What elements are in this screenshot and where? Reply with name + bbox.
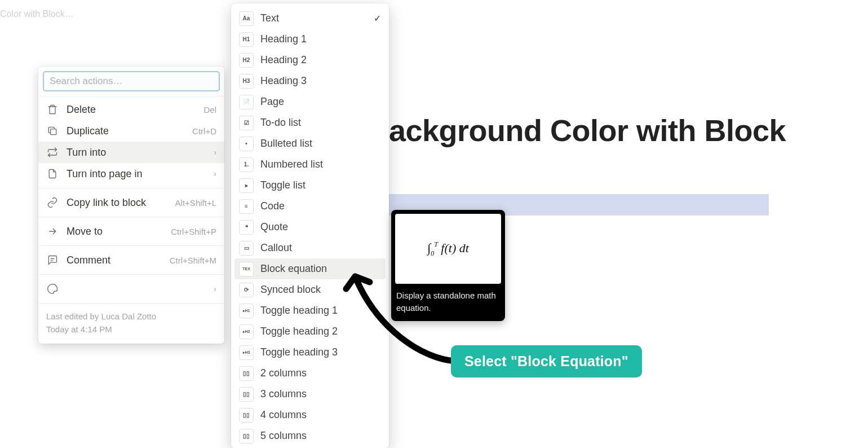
block-type-thumb-icon: ⟳ xyxy=(239,283,254,297)
keyboard-shortcut: Ctrl+Shift+M xyxy=(170,256,216,265)
block-type-thumb-icon: ▯▯ xyxy=(239,429,254,443)
menu-item-copy-link-to-block[interactable]: Copy link to blockAlt+Shift+L xyxy=(38,192,224,213)
menu-item-turn-into[interactable]: Turn into› xyxy=(38,142,224,163)
turn-into-heading-3[interactable]: H3Heading 3 xyxy=(234,71,386,91)
block-type-thumb-icon: ☑ xyxy=(239,116,254,130)
chevron-right-icon: › xyxy=(214,148,216,157)
check-icon: ✓ xyxy=(374,13,381,24)
turn-into-bulleted-list[interactable]: •Bulleted list xyxy=(234,133,386,154)
submenu-item-label: Page xyxy=(260,96,284,108)
turn-into-text[interactable]: AaText✓ xyxy=(234,8,386,29)
turninto-icon xyxy=(46,146,59,159)
submenu-item-label: Synced block xyxy=(260,284,321,296)
menu-item-comment[interactable]: CommentCtrl+Shift+M xyxy=(38,249,224,271)
comment-icon xyxy=(46,254,59,266)
block-type-thumb-icon: H1 xyxy=(239,32,254,47)
menu-item-duplicate[interactable]: DuplicateCtrl+D xyxy=(38,120,224,142)
submenu-item-label: Toggle heading 1 xyxy=(260,305,338,317)
page-title: ackground Color with Block xyxy=(389,113,786,148)
block-type-thumb-icon: TEX xyxy=(239,262,254,276)
turn-into-toggle-heading-2[interactable]: ▸H2Toggle heading 2 xyxy=(234,321,386,342)
turn-into-quote[interactable]: ❝Quote xyxy=(234,217,386,238)
block-context-menu: DeleteDelDuplicateCtrl+DTurn into›Turn i… xyxy=(38,67,224,344)
submenu-item-label: Heading 1 xyxy=(260,33,307,45)
turn-into-block-equation[interactable]: TEXBlock equation xyxy=(234,258,386,279)
turn-into-5-columns[interactable]: ▯▯5 columns xyxy=(234,425,386,446)
block-type-thumb-icon: • xyxy=(239,137,254,151)
turn-into-submenu: AaText✓H1Heading 1H2Heading 2H3Heading 3… xyxy=(231,3,389,448)
keyboard-shortcut: Ctrl+Shift+P xyxy=(171,227,216,236)
turn-into-toggle-heading-1[interactable]: ▸H1Toggle heading 1 xyxy=(234,300,386,321)
block-type-thumb-icon: ▯▯ xyxy=(239,366,254,381)
block-type-thumb-icon: ▭ xyxy=(239,241,254,256)
turn-into-toggle-heading-3[interactable]: ▸H3Toggle heading 3 xyxy=(234,342,386,363)
turn-into-heading-1[interactable]: H1Heading 1 xyxy=(234,29,386,50)
submenu-item-label: Toggle list xyxy=(260,179,305,191)
turn-into-code[interactable]: ≡Code xyxy=(234,196,386,217)
turn-into-heading-2[interactable]: H2Heading 2 xyxy=(234,50,386,71)
trash-icon xyxy=(46,103,59,116)
turn-into-to-do-list[interactable]: ☑To-do list xyxy=(234,112,386,133)
page-icon xyxy=(46,168,59,180)
submenu-item-label: Heading 2 xyxy=(260,54,307,66)
block-type-thumb-icon: ▯▯ xyxy=(239,408,254,423)
submenu-item-label: Bulleted list xyxy=(260,138,312,150)
chevron-right-icon: › xyxy=(214,284,216,293)
turn-into-2-columns[interactable]: ▯▯2 columns xyxy=(234,363,386,384)
submenu-item-label: Quote xyxy=(260,221,288,233)
link-icon xyxy=(46,196,59,209)
turn-into-4-columns[interactable]: ▯▯4 columns xyxy=(234,405,386,425)
preview-thumbnail: ∫0T f(t) dt xyxy=(395,214,501,284)
turn-into-3-columns[interactable]: ▯▯3 columns xyxy=(234,384,386,405)
annotation-label: Select "Block Equation" xyxy=(451,345,642,377)
block-type-thumb-icon: ▸H3 xyxy=(239,345,254,360)
submenu-item-label: 2 columns xyxy=(260,367,307,379)
block-type-thumb-icon: 1. xyxy=(239,157,254,172)
block-type-thumb-icon: ❝ xyxy=(239,220,254,235)
chevron-right-icon: › xyxy=(214,169,216,178)
block-type-thumb-icon: ▸ xyxy=(239,178,254,193)
block-type-thumb-icon: ▯▯ xyxy=(239,387,254,402)
duplicate-icon xyxy=(46,125,59,137)
turn-into-toggle-list[interactable]: ▸Toggle list xyxy=(234,175,386,196)
menu-item-move-to[interactable]: Move toCtrl+Shift+P xyxy=(38,221,224,242)
breadcrumb: Color with Block… xyxy=(0,9,74,19)
submenu-item-label: Numbered list xyxy=(260,159,323,170)
svg-rect-0 xyxy=(51,129,56,135)
block-preview-tooltip: ∫0T f(t) dt Display a standalone math eq… xyxy=(391,210,505,321)
turn-into-synced-block[interactable]: ⟳Synced block xyxy=(234,279,386,300)
last-edited-time: Today at 4:14 PM xyxy=(46,323,216,336)
menu-item-label: Duplicate xyxy=(67,125,184,137)
search-actions-input[interactable] xyxy=(43,71,220,91)
turn-into-page[interactable]: 📄Page xyxy=(234,91,386,112)
submenu-item-label: Callout xyxy=(260,242,292,254)
submenu-item-label: Code xyxy=(260,200,285,212)
block-type-thumb-icon: Aa xyxy=(239,11,254,26)
menu-item-turn-into-page-in[interactable]: Turn into page in› xyxy=(38,163,224,185)
block-type-thumb-icon: ≡ xyxy=(239,199,254,214)
menu-item-color[interactable]: › xyxy=(38,278,224,300)
block-type-thumb-icon: ▸H1 xyxy=(239,304,254,318)
keyboard-shortcut: Ctrl+D xyxy=(192,126,216,136)
block-type-thumb-icon: ▸H2 xyxy=(239,324,254,339)
menu-item-label: Turn into xyxy=(67,147,206,159)
block-type-thumb-icon: 📄 xyxy=(239,95,254,109)
last-edited-by: Last edited by Luca Dal Zotto xyxy=(46,310,216,323)
submenu-item-label: Text xyxy=(260,12,279,24)
menu-item-delete[interactable]: DeleteDel xyxy=(38,99,224,120)
moveto-icon xyxy=(46,225,59,238)
menu-item-label: Comment xyxy=(67,254,162,266)
preview-description: Display a standalone math equation. xyxy=(395,289,501,314)
menu-item-label: Delete xyxy=(67,104,196,116)
menu-item-label: Move to xyxy=(67,226,163,238)
submenu-item-label: 3 columns xyxy=(260,388,307,400)
last-edited-info: Last edited by Luca Dal Zotto Today at 4… xyxy=(38,305,224,344)
turn-into-numbered-list[interactable]: 1.Numbered list xyxy=(234,154,386,175)
submenu-item-label: Toggle heading 2 xyxy=(260,326,338,337)
submenu-item-label: Heading 3 xyxy=(260,75,307,87)
keyboard-shortcut: Alt+Shift+L xyxy=(175,198,216,208)
menu-item-label: Turn into page in xyxy=(67,168,206,180)
turn-into-callout[interactable]: ▭Callout xyxy=(234,238,386,258)
block-type-thumb-icon: H2 xyxy=(239,53,254,68)
submenu-item-label: 5 columns xyxy=(260,430,307,442)
